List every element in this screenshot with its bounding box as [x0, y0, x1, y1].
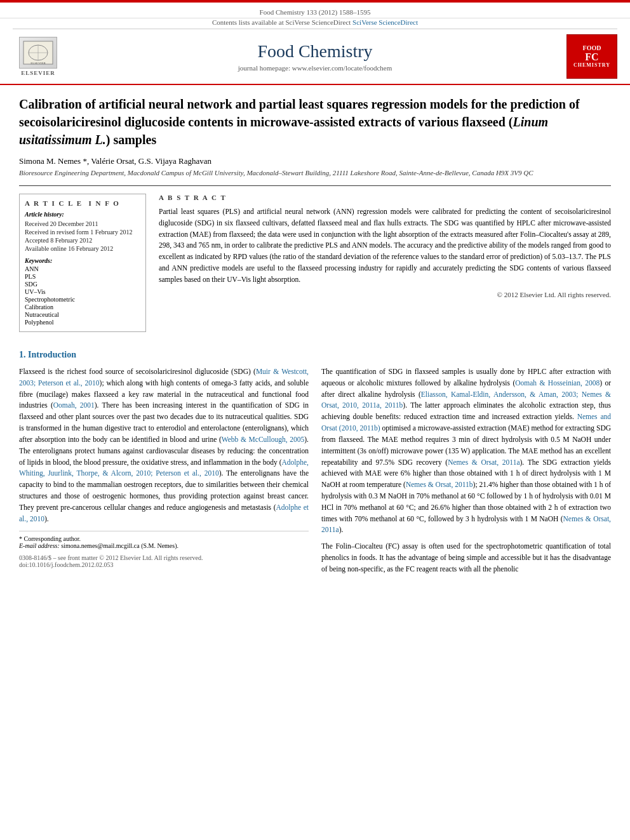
svg-text:ELSEVIER: ELSEVIER — [30, 62, 46, 65]
elsevier-text: ELSEVIER — [21, 70, 55, 76]
keyword-spectrophotometric: Spectrophotometric — [25, 296, 140, 303]
article-info-abstract-section: A R T I C L E I N F O Article history: R… — [19, 185, 611, 340]
elsevier-logo: ELSEVIER ELSEVIER — [13, 37, 64, 76]
citation-line: Food Chemistry 133 (2012) 1588–1595 — [0, 6, 630, 18]
ref-webb-mccullough[interactable]: Webb & McCullough, 2005 — [222, 436, 305, 443]
ref-adolphe-2010b[interactable]: Adolphe et al., 2010 — [19, 503, 309, 523]
journal-homepage: journal homepage: www.elsevier.com/locat… — [64, 64, 566, 72]
ref-nemes-orsat-2010[interactable]: Nemes and Orsat (2010, 2011b) — [321, 413, 611, 432]
left-column: A R T I C L E I N F O Article history: R… — [19, 194, 146, 340]
received-date: Received 20 December 2011 — [25, 220, 140, 227]
journal-name-center: Food Chemistry journal homepage: www.els… — [64, 41, 566, 72]
ref-nemes-orsat-2011a[interactable]: Nemes & Orsat, 2011a — [448, 458, 519, 466]
keyword-pls: PLS — [25, 273, 140, 280]
corresponding-author: * Corresponding author. — [19, 535, 309, 542]
email-address: simona.nemes@mail.mcgill.ca (S.M. Nemes)… — [61, 542, 178, 549]
article-title: Calibration of artificial neural network… — [19, 95, 611, 149]
journal-header: Food Chemistry 133 (2012) 1588–1595 Cont… — [0, 3, 630, 85]
keyword-ann: ANN — [25, 265, 140, 272]
keywords-box: Keywords: ANN PLS SDG UV–Vis Spectrophot… — [25, 257, 140, 326]
ref-muir-westcott[interactable]: Muir & Westcott, 2003; Peterson et al., … — [19, 368, 309, 387]
authors-text: Simona M. Nemes *, Valérie Orsat, G.S. V… — [19, 156, 211, 166]
accepted-date: Accepted 8 February 2012 — [25, 237, 140, 244]
keyword-uvvis: UV–Vis — [25, 288, 140, 295]
keyword-sdg: SDG — [25, 281, 140, 288]
section1-header: 1. Introduction — [19, 350, 611, 360]
doi-text: doi:10.1016/j.foodchem.2012.02.053 — [19, 561, 309, 568]
sciverse-text: Contents lists available at SciVerse Sci… — [212, 18, 351, 26]
footnote-section: * Corresponding author. E-mail address: … — [19, 531, 309, 549]
keyword-polyphenol: Polyphenol — [25, 319, 140, 326]
sciverse-bar: Contents lists available at SciVerse Sci… — [13, 18, 617, 29]
right-column-abstract: A B S T R A C T Partial least squares (P… — [159, 194, 611, 340]
ref-oomah-2001[interactable]: Oomah, 2001 — [53, 401, 95, 409]
article-info-box: A R T I C L E I N F O Article history: R… — [19, 194, 146, 332]
sciverse-link[interactable]: SciVerse ScienceDirect — [352, 18, 418, 26]
revised-date: Received in revised form 1 February 2012 — [25, 229, 140, 236]
food-chem-logo: FOOD FC CHEMISTRY — [566, 34, 617, 79]
journal-title: Food Chemistry — [64, 41, 566, 62]
fc-logo-bottom: CHEMISTRY — [573, 62, 610, 69]
ref-oomah-hosseinian[interactable]: Oomah & Hosseinian, 2008 — [515, 379, 600, 387]
ref-adolphe-2010[interactable]: Adolphe, Whiting, Juurlink, Thorpe, & Al… — [19, 458, 309, 477]
email-line: E-mail address: simona.nemes@mail.mcgill… — [19, 542, 309, 549]
introduction-section: 1. Introduction Flaxseed is the richest … — [19, 350, 611, 580]
email-label: E-mail address: — [19, 542, 60, 549]
footer-issn: 0308-8146/$ – see front matter © 2012 El… — [19, 554, 309, 568]
abstract-text: Partial least squares (PLS) and artifici… — [159, 206, 611, 286]
copyright-line: © 2012 Elsevier Ltd. All rights reserved… — [159, 291, 611, 298]
body-col-left: Flaxseed is the richest food source of s… — [19, 366, 309, 580]
keywords-label: Keywords: — [25, 257, 140, 264]
authors: Simona M. Nemes *, Valérie Orsat, G.S. V… — [19, 156, 611, 166]
body-text-col1-p1: Flaxseed is the richest food source of s… — [19, 366, 309, 524]
citation-text: Food Chemistry 133 (2012) 1588–1595 — [260, 8, 371, 16]
article-content: Calibration of artificial neural network… — [0, 85, 630, 590]
journal-title-row: ELSEVIER ELSEVIER Food Chemistry journal… — [0, 29, 630, 84]
ref-nemes-orsat-2011a-2[interactable]: Nemes & Orsat, 2011a — [321, 515, 611, 534]
body-text-col2-p1: The quantification of SDG in flaxseed sa… — [321, 366, 611, 575]
body-col-right: The quantification of SDG in flaxseed sa… — [321, 366, 611, 580]
ref-nemes-orsat-2011b[interactable]: Nemes & Orsat, 2011b — [406, 481, 473, 488]
body-two-col: Flaxseed is the richest food source of s… — [19, 366, 611, 580]
keyword-nutraceutical: Nutraceutical — [25, 311, 140, 318]
ref-eliasson-2003[interactable]: Eliasson, Kamal-Eldin, Andersson, & Aman… — [321, 390, 611, 410]
affiliation-text: Bioresource Engineering Department, Macd… — [19, 169, 533, 177]
abstract-label: A B S T R A C T — [159, 194, 611, 201]
affiliation: Bioresource Engineering Department, Macd… — [19, 169, 611, 177]
available-date: Available online 16 February 2012 — [25, 245, 140, 252]
history-label: Article history: — [25, 211, 140, 218]
issn-text: 0308-8146/$ – see front matter © 2012 El… — [19, 554, 309, 561]
elsevier-logo-box: ELSEVIER — [19, 37, 57, 69]
keyword-calibration: Calibration — [25, 303, 140, 310]
article-info-label: A R T I C L E I N F O — [25, 199, 140, 207]
